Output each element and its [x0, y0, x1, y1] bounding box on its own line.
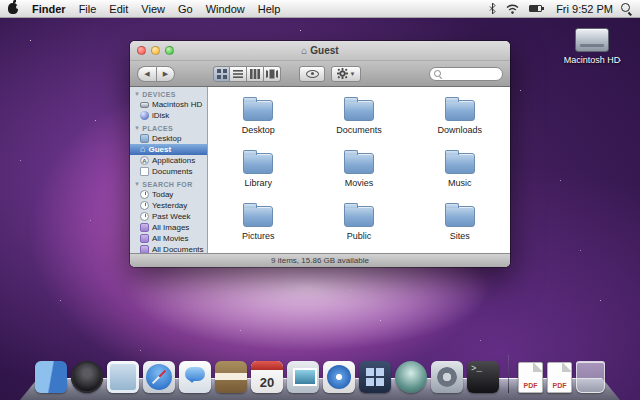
folder-item-public[interactable]: Public [309, 198, 410, 251]
clock-icon [140, 201, 149, 210]
disclosure-triangle-icon[interactable]: ▼ [134, 125, 140, 131]
folder-item-library[interactable]: Library [208, 145, 309, 198]
dock-pdf-document-icon[interactable]: PDF [547, 362, 572, 393]
toolbar: ◀ ▶ ▼ [130, 61, 510, 87]
search-field[interactable] [429, 67, 503, 81]
minimize-button[interactable] [151, 46, 160, 55]
dock-ichat-icon[interactable] [179, 361, 211, 393]
quick-look-button[interactable] [299, 66, 325, 82]
zoom-button[interactable] [165, 46, 174, 55]
coverflow-view-icon [266, 69, 278, 79]
search-icon [434, 70, 442, 78]
dock-terminal-icon[interactable]: >_ [467, 361, 499, 393]
menu-help[interactable]: Help [258, 3, 281, 15]
folder-grid: Desktop Documents Downloads Library Movi… [208, 87, 510, 253]
sidebar-item-past-week[interactable]: Past Week [130, 211, 207, 222]
folder-item-documents[interactable]: Documents [309, 92, 410, 145]
sidebar-item-idisk[interactable]: iDisk [130, 110, 207, 121]
close-button[interactable] [137, 46, 146, 55]
window-title: ⌂Guest [130, 45, 510, 56]
finder-window: ⌂Guest ◀ ▶ [130, 41, 510, 267]
disclosure-triangle-icon[interactable]: ▼ [134, 91, 140, 97]
dock-system-preferences-icon[interactable] [431, 361, 463, 393]
sidebar-section-devices[interactable]: ▼DEVICES [130, 89, 207, 99]
trash-icon[interactable] [576, 361, 605, 393]
forward-button[interactable]: ▶ [156, 66, 175, 82]
dock-preview-icon[interactable] [287, 361, 319, 393]
back-button[interactable]: ◀ [137, 66, 156, 82]
battery-icon[interactable] [529, 5, 542, 12]
sidebar-item-documents[interactable]: Documents [130, 166, 207, 177]
sidebar-item-yesterday[interactable]: Yesterday [130, 200, 207, 211]
sidebar-section-search-for[interactable]: ▼SEARCH FOR [130, 179, 207, 189]
folder-item-movies[interactable]: Movies [309, 145, 410, 198]
folder-icon [344, 153, 374, 174]
macintosh-hd-desktop-icon[interactable]: Macintosh HD [556, 28, 628, 65]
folder-icon [243, 206, 273, 227]
menu-file[interactable]: File [79, 3, 97, 15]
list-view-button[interactable] [230, 66, 247, 82]
folder-icon [445, 100, 475, 121]
folder-icon [243, 153, 273, 174]
folder-icon [344, 206, 374, 227]
idisk-icon [140, 111, 149, 120]
coverflow-view-button[interactable] [264, 66, 281, 82]
spotlight-icon[interactable] [621, 3, 632, 14]
dock-pdf-document-icon[interactable]: PDF [518, 362, 543, 393]
menu-edit[interactable]: Edit [109, 3, 128, 15]
dock-finder-icon[interactable] [35, 361, 67, 393]
home-icon: ⌂ [140, 145, 145, 154]
sidebar-item-desktop[interactable]: Desktop [130, 133, 207, 144]
clock-icon [140, 212, 149, 221]
home-icon: ⌂ [301, 45, 307, 56]
folder-item-downloads[interactable]: Downloads [409, 92, 510, 145]
dock-spaces-icon[interactable] [359, 361, 391, 393]
folder-icon [445, 153, 475, 174]
hard-drive-icon [575, 28, 609, 52]
desktop: Finder File Edit View Go Window Help Fri… [0, 0, 640, 400]
forward-arrow-icon: ▶ [163, 70, 168, 78]
menu-go[interactable]: Go [178, 3, 193, 15]
sidebar-item-applications[interactable]: AApplications [130, 155, 207, 166]
title-bar[interactable]: ⌂Guest [130, 41, 510, 61]
menu-clock[interactable]: Fri 9:52 PM [556, 3, 613, 15]
sidebar: ▼DEVICES Macintosh HD iDisk ▼PLACES Desk… [130, 87, 208, 253]
menu-view[interactable]: View [141, 3, 165, 15]
search-input[interactable] [442, 69, 498, 78]
sidebar-item-all-movies[interactable]: All Movies [130, 233, 207, 244]
apple-menu-icon[interactable] [8, 3, 18, 14]
action-button[interactable]: ▼ [331, 66, 361, 82]
folder-item-music[interactable]: Music [409, 145, 510, 198]
smart-folder-icon [140, 223, 149, 232]
dock-itunes-icon[interactable] [323, 361, 355, 393]
dock-safari-icon[interactable] [143, 361, 175, 393]
sidebar-section-places[interactable]: ▼PLACES [130, 123, 207, 133]
disclosure-triangle-icon[interactable]: ▼ [134, 181, 140, 187]
menu-window[interactable]: Window [206, 3, 245, 15]
gear-icon [337, 68, 348, 79]
sidebar-item-guest[interactable]: ⌂Guest [130, 144, 207, 155]
menu-bar: Finder File Edit View Go Window Help Fri… [0, 0, 640, 18]
folder-item-pictures[interactable]: Pictures [208, 198, 309, 251]
sidebar-item-macintosh-hd[interactable]: Macintosh HD [130, 99, 207, 110]
smart-folder-icon [140, 245, 149, 253]
dock-mail-icon[interactable] [107, 361, 139, 393]
bluetooth-icon[interactable] [489, 3, 496, 14]
sidebar-item-all-images[interactable]: All Images [130, 222, 207, 233]
menu-finder[interactable]: Finder [32, 3, 66, 15]
sidebar-item-all-documents[interactable]: All Documents [130, 244, 207, 253]
ical-day-number: 20 [260, 372, 274, 393]
dock-ical-icon[interactable]: 20 [251, 361, 283, 393]
icon-view-button[interactable] [213, 66, 230, 82]
dock: 20 >_ PDF PDF [20, 342, 620, 400]
dock-dashboard-icon[interactable] [71, 361, 103, 393]
column-view-button[interactable] [247, 66, 264, 82]
folder-item-desktop[interactable]: Desktop [208, 92, 309, 145]
folder-item-sites[interactable]: Sites [409, 198, 510, 251]
sidebar-item-today[interactable]: Today [130, 189, 207, 200]
dock-address-book-icon[interactable] [215, 361, 247, 393]
smart-folder-icon [140, 234, 149, 243]
dock-time-machine-icon[interactable] [395, 361, 427, 393]
wifi-icon[interactable] [506, 4, 519, 14]
status-bar: 9 items, 15.86 GB available [130, 253, 510, 267]
